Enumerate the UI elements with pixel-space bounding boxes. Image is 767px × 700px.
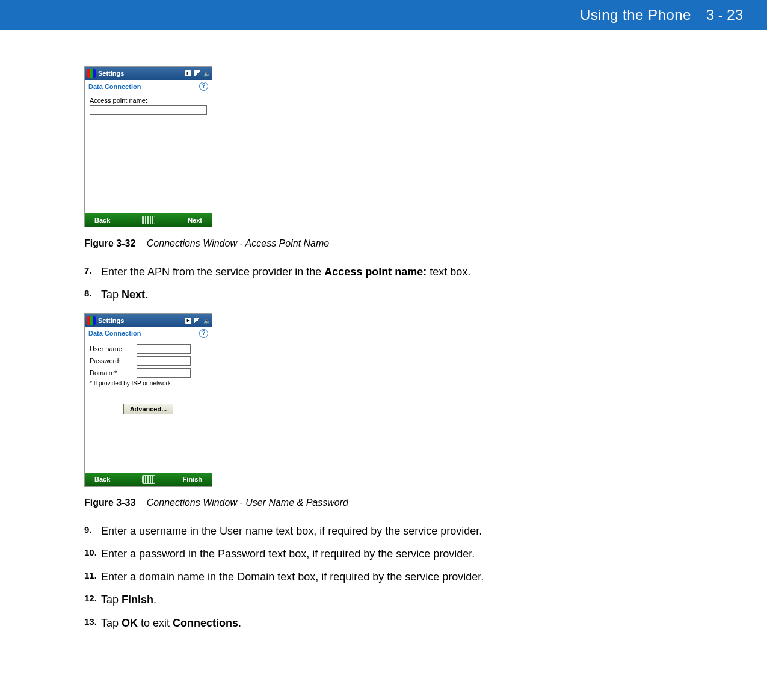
phone-body: Access point name:	[85, 93, 212, 213]
page-header: Using the Phone 3 - 23	[0, 0, 767, 30]
step-number: 12.	[84, 592, 101, 607]
step-number: 8.	[84, 287, 101, 302]
steps-9-13: 9. Enter a username in the User name tex…	[84, 524, 686, 630]
start-flag-icon	[87, 69, 96, 78]
subheader-title: Data Connection	[88, 330, 141, 337]
domain-input[interactable]	[137, 368, 191, 378]
finish-button[interactable]: Finish	[183, 476, 202, 483]
username-label: User name:	[90, 345, 137, 352]
titlebar-text: Settings	[98, 70, 124, 77]
softkey-bar: Back Next	[85, 213, 212, 227]
username-input[interactable]	[137, 344, 191, 354]
phone-body: User name: Password: Domain:* * If provi…	[85, 340, 212, 473]
password-input[interactable]	[137, 356, 191, 366]
step-number: 7.	[84, 265, 101, 279]
apn-input[interactable]	[90, 105, 207, 115]
step-11: 11. Enter a domain name in the Domain te…	[84, 570, 686, 584]
help-icon[interactable]: ?	[199, 82, 208, 91]
speaker-icon	[203, 318, 209, 324]
step-10: 10. Enter a password in the Password tex…	[84, 547, 686, 561]
chapter-title: Using the Phone	[580, 7, 691, 23]
phone-titlebar: Settings E	[85, 314, 212, 327]
figure-title: Connections Window - Access Point Name	[147, 238, 329, 248]
apn-label: Access point name:	[90, 97, 207, 104]
start-flag-icon	[87, 316, 96, 325]
phone-subheader: Data Connection ?	[85, 80, 212, 93]
steps-7-8: 7. Enter the APN from the service provid…	[84, 265, 686, 302]
keyboard-icon[interactable]	[142, 475, 155, 484]
step-13: 13. Tap OK to exit Connections.	[84, 616, 686, 630]
domain-footnote: * If provided by ISP or network	[90, 380, 207, 387]
password-label: Password:	[90, 357, 137, 364]
softkey-bar: Back Finish	[85, 473, 212, 486]
network-e-badge: E	[185, 318, 191, 324]
step-number: 11.	[84, 570, 101, 584]
back-button[interactable]: Back	[94, 476, 110, 483]
help-icon[interactable]: ?	[199, 329, 208, 338]
step-9: 9. Enter a username in the User name tex…	[84, 524, 686, 538]
step-number: 13.	[84, 616, 101, 630]
domain-label: Domain:*	[90, 369, 137, 376]
phone-titlebar: Settings E	[85, 67, 212, 80]
figure-3-32-caption: Figure 3-32 Connections Window - Access …	[84, 238, 686, 249]
phone-subheader: Data Connection ?	[85, 327, 212, 340]
figure-title: Connections Window - User Name & Passwor…	[147, 497, 348, 508]
advanced-button[interactable]: Advanced...	[123, 404, 174, 414]
network-e-badge: E	[185, 70, 191, 76]
subheader-title: Data Connection	[88, 83, 141, 90]
titlebar-text: Settings	[98, 317, 124, 324]
step-7: 7. Enter the APN from the service provid…	[84, 265, 686, 279]
figure-label: Figure 3-33	[84, 497, 135, 508]
step-12: 12. Tap Finish.	[84, 592, 686, 607]
figure-3-32-screenshot: Settings E Data Connection ? Access poin…	[84, 66, 212, 227]
figure-label: Figure 3-32	[84, 238, 135, 248]
back-button[interactable]: Back	[94, 216, 110, 224]
step-number: 10.	[84, 547, 101, 561]
page-content: Settings E Data Connection ? Access poin…	[0, 30, 686, 677]
figure-3-33-screenshot: Settings E Data Connection ? User name: …	[84, 313, 212, 487]
figure-3-33-caption: Figure 3-33 Connections Window - User Na…	[84, 497, 686, 508]
keyboard-icon[interactable]	[142, 216, 155, 224]
step-8: 8. Tap Next.	[84, 287, 686, 302]
next-button[interactable]: Next	[188, 216, 202, 224]
speaker-icon	[203, 70, 209, 76]
signal-icon	[194, 70, 200, 76]
signal-icon	[194, 318, 200, 324]
step-number: 9.	[84, 524, 101, 538]
page-number: 3 - 23	[706, 7, 743, 23]
